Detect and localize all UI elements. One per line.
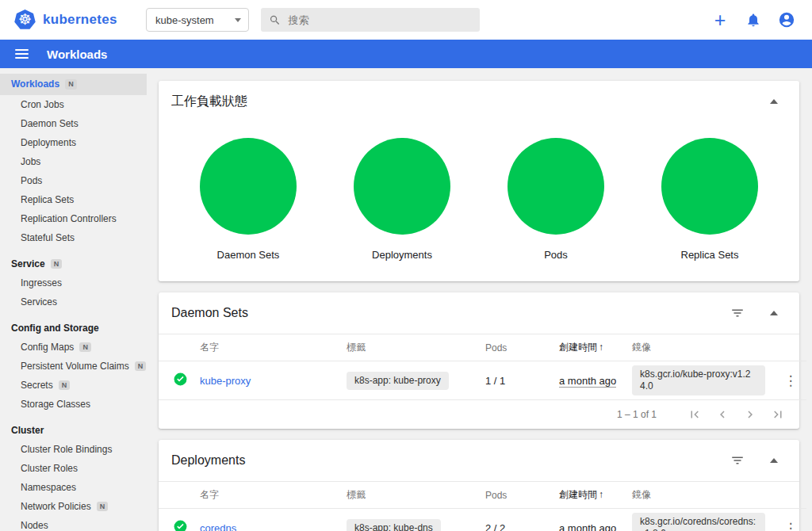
name-cell: coredns <box>193 509 340 531</box>
collapse-card-button[interactable] <box>761 300 787 326</box>
account-button[interactable] <box>774 7 799 32</box>
sidebar-item-cron-jobs[interactable]: Cron Jobs <box>0 95 147 114</box>
sidebar-item-namespaces[interactable]: Namespaces <box>0 478 147 497</box>
status-charts: Daemon SetsDeploymentsPodsReplica Sets <box>159 122 799 281</box>
create-resource-button[interactable]: + <box>707 7 733 32</box>
sort-ascending-icon: ↑ <box>599 489 603 500</box>
column-header-menu <box>775 482 806 509</box>
sidebar-item-cluster-roles[interactable]: Cluster Roles <box>0 459 147 478</box>
namespace-value: kube-system <box>155 14 214 26</box>
sidebar-item-label: Stateful Sets <box>21 228 75 247</box>
next-page-button[interactable] <box>736 404 764 425</box>
sidebar-item-replication-controllers[interactable]: Replication Controllers <box>0 209 147 228</box>
images-cell: k8s.gcr.io/coredns/coredns:v1.8.6 <box>626 509 775 531</box>
sidebar-item-cluster: Cluster <box>0 421 147 440</box>
sidebar-item-label: Secrets <box>21 376 53 395</box>
sidebar-item-label: Pods <box>21 171 42 190</box>
plus-icon: + <box>714 10 726 30</box>
resource-name-link[interactable]: kube-proxy <box>200 375 251 387</box>
created-time: a month ago <box>559 522 616 531</box>
card-header: 工作負載狀態 <box>159 81 799 122</box>
top-header: ☸ kubernetes kube-system + <box>0 0 812 40</box>
first-page-icon <box>688 407 702 422</box>
sidebar-item-ingresses[interactable]: Ingresses <box>0 273 147 292</box>
pagination: 1 – 1 of 1 <box>159 400 799 429</box>
pods-count: 1 / 1 <box>479 361 553 400</box>
account-icon <box>778 11 795 29</box>
sidebar-item-pods[interactable]: Pods <box>0 171 147 190</box>
sidebar-item-daemon-sets[interactable]: Daemon Sets <box>0 114 147 133</box>
sidebar-item-label: Service <box>11 254 45 273</box>
sidebar-item-label: Replication Controllers <box>21 209 117 228</box>
sidebar-item-cluster-role-bindings[interactable]: Cluster Role Bindings <box>0 440 147 459</box>
new-badge: N <box>97 502 109 512</box>
daemon-sets-card: Daemon Sets 名字 標籤 Pods 創建時間↑ <box>159 292 799 429</box>
table-header-row: 名字 標籤 Pods 創建時間↑ 鏡像 <box>159 482 806 509</box>
sidebar-item-label: Daemon Sets <box>21 114 79 133</box>
workload-status-card: 工作負載狀態 Daemon SetsDeploymentsPodsReplica… <box>159 81 799 281</box>
sidebar-item-label: Nodes <box>21 516 48 531</box>
last-page-button[interactable] <box>764 404 791 425</box>
collapse-card-button[interactable] <box>761 89 787 114</box>
search-icon <box>269 13 281 27</box>
sidebar-item-label: Namespaces <box>21 478 76 497</box>
kubernetes-brand[interactable]: ☸ kubernetes <box>14 10 146 30</box>
menu-cell: ⋮ <box>775 509 806 531</box>
search-input[interactable] <box>288 14 472 26</box>
sidebar-item-persistent-volume-claims[interactable]: Persistent Volume ClaimsN <box>0 357 147 376</box>
brand-name: kubernetes <box>43 12 117 28</box>
menu-toggle-button[interactable] <box>13 45 30 63</box>
sidebar-item-network-policies[interactable]: Network PoliciesN <box>0 497 147 516</box>
filter-button[interactable] <box>725 300 750 326</box>
filter-button[interactable] <box>725 448 750 473</box>
label-chip: k8s-app: kube-proxy <box>347 372 449 390</box>
sidebar-item-workloads[interactable]: WorkloadsN <box>0 74 147 95</box>
namespace-selector[interactable]: kube-system <box>146 8 249 32</box>
sidebar-item-label: Workloads <box>11 74 59 95</box>
sidebar-item-secrets[interactable]: SecretsN <box>0 376 147 395</box>
column-header-images[interactable]: 鏡像 <box>626 482 775 509</box>
sidebar-item-storage-classes[interactable]: Storage Classes <box>0 395 147 414</box>
row-actions-button[interactable]: ⋮ <box>784 521 798 531</box>
sidebar-item-replica-sets[interactable]: Replica Sets <box>0 190 147 209</box>
sidebar-item-jobs[interactable]: Jobs <box>0 152 147 171</box>
collapse-card-button[interactable] <box>761 448 787 473</box>
sidebar-item-config-maps[interactable]: Config MapsN <box>0 338 147 357</box>
status-donut <box>200 138 297 235</box>
column-header-name[interactable]: 名字 <box>193 482 340 509</box>
notifications-button[interactable] <box>741 7 766 32</box>
status-column-header <box>159 482 193 509</box>
header-actions: + <box>707 7 799 32</box>
sidebar-item-service[interactable]: ServiceN <box>0 254 147 273</box>
column-header-pods[interactable]: Pods <box>479 334 553 361</box>
first-page-button[interactable] <box>680 404 708 425</box>
column-header-name[interactable]: 名字 <box>193 334 340 361</box>
column-header-labels[interactable]: 標籤 <box>340 482 479 509</box>
bell-icon <box>745 12 761 28</box>
dropdown-caret-icon <box>235 18 241 22</box>
column-header-created[interactable]: 創建時間↑ <box>553 482 626 509</box>
labels-cell: k8s-app: kube-dns <box>340 509 479 531</box>
column-header-pods[interactable]: Pods <box>479 482 553 509</box>
column-header-created[interactable]: 創建時間↑ <box>553 334 626 361</box>
sidebar-item-services[interactable]: Services <box>0 292 147 311</box>
sidebar-item-label: Replica Sets <box>21 190 74 209</box>
sidebar-item-label: Cluster Roles <box>21 459 78 478</box>
sidebar-item-stateful-sets[interactable]: Stateful Sets <box>0 228 147 247</box>
card-title: Deployments <box>171 453 245 468</box>
card-title: 工作負載狀態 <box>171 94 247 110</box>
status-ok-icon <box>173 519 188 531</box>
sidebar-item-label: Cluster Role Bindings <box>21 440 112 459</box>
new-badge: N <box>59 380 71 391</box>
sidebar-item-deployments[interactable]: Deployments <box>0 133 147 152</box>
main-content: 工作負載狀態 Daemon SetsDeploymentsPodsReplica… <box>147 68 812 531</box>
resource-name-link[interactable]: coredns <box>200 522 236 531</box>
row-actions-button[interactable]: ⋮ <box>784 374 798 388</box>
page-toolbar: Workloads <box>0 40 812 68</box>
chart-label: Deployments <box>354 249 450 261</box>
column-header-labels[interactable]: 標籤 <box>340 334 479 361</box>
sidebar-item-nodes[interactable]: Nodes <box>0 516 147 531</box>
status-donut <box>354 138 450 235</box>
previous-page-button[interactable] <box>708 404 736 425</box>
column-header-images[interactable]: 鏡像 <box>626 334 775 361</box>
